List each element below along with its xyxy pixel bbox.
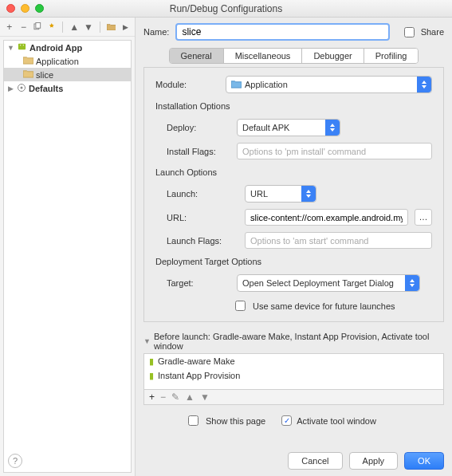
svg-point-6 — [21, 86, 23, 89]
install-section-label: Installation Options — [155, 101, 432, 111]
deploy-label: Deploy: — [167, 123, 230, 132]
ok-button[interactable]: OK — [404, 452, 444, 470]
tab-bar: General Miscellaneous Debugger Profiling — [143, 48, 444, 64]
launch-value: URL — [250, 189, 268, 199]
right-pane: Name: Share General Miscellaneous Debugg… — [136, 18, 452, 476]
cancel-button[interactable]: Cancel — [288, 452, 342, 470]
general-panel: Module: Application Installation Options… — [143, 67, 444, 322]
add-task-button[interactable]: + — [149, 392, 155, 402]
move-down-button[interactable]: ▼ — [84, 22, 93, 33]
svg-point-3 — [20, 45, 21, 45]
tree-node-defaults[interactable]: ▶ Defaults — [4, 81, 131, 95]
target-label: Target: — [167, 278, 230, 288]
edit-task-button[interactable]: ✎ — [171, 392, 179, 402]
show-this-page-label: Show this page — [206, 416, 265, 426]
tree-node-slice[interactable]: slice — [4, 68, 131, 81]
before-launch-list[interactable]: ▮ Gradle-aware Make ▮ Instant App Provis… — [143, 353, 444, 390]
left-pane: + − ▲ ▼ ▶ ▼ Android App — [0, 18, 136, 476]
collapse-button[interactable]: ▶ — [120, 22, 130, 33]
disclosure-icon[interactable]: ▼ — [143, 337, 151, 345]
remove-config-button[interactable]: − — [19, 22, 29, 33]
same-device-checkbox[interactable] — [235, 301, 246, 311]
launch-select[interactable]: URL — [245, 185, 316, 203]
before-launch-title: Before launch: Gradle-aware Make, Instan… — [154, 332, 444, 351]
before-launch-section: ▼ Before launch: Gradle-aware Make, Inst… — [143, 332, 444, 405]
module-label: Module: — [155, 80, 219, 89]
activate-tool-window-label: Activate tool window — [297, 416, 376, 426]
show-this-page-checkbox[interactable] — [188, 415, 198, 426]
url-label: URL: — [167, 213, 238, 222]
deploy-target-section-label: Deployment Target Options — [155, 257, 432, 266]
svg-rect-2 — [18, 44, 26, 49]
folder-icon — [23, 69, 33, 80]
window-title: Run/Debug Configurations — [0, 3, 452, 14]
chevron-updown-icon — [301, 186, 316, 202]
move-down-task-button[interactable]: ▼ — [200, 392, 210, 402]
config-tree-toolbar: + − ▲ ▼ ▶ — [0, 18, 135, 37]
deploy-value: Default APK — [242, 123, 289, 132]
chevron-updown-icon — [417, 77, 431, 92]
move-up-task-button[interactable]: ▲ — [185, 392, 195, 402]
launch-label: Launch: — [167, 189, 238, 199]
chevron-updown-icon — [325, 120, 340, 136]
tree-label: Defaults — [29, 84, 63, 93]
deploy-select[interactable]: Default APK — [237, 119, 340, 136]
android-icon — [17, 42, 27, 53]
remove-task-button[interactable]: − — [160, 392, 166, 402]
folder-icon — [23, 56, 33, 66]
svg-rect-1 — [36, 22, 41, 28]
folder-button[interactable] — [107, 22, 116, 33]
module-icon — [231, 80, 245, 90]
tab-general[interactable]: General — [170, 49, 224, 63]
copy-config-button[interactable] — [33, 22, 42, 33]
android-icon: ▮ — [149, 356, 154, 367]
titlebar: Run/Debug Configurations — [0, 0, 452, 18]
module-value: Application — [245, 80, 288, 89]
launch-flags-label: Launch Flags: — [167, 236, 238, 246]
name-label: Name: — [143, 27, 169, 37]
url-more-button[interactable]: … — [415, 209, 432, 226]
share-checkbox[interactable] — [404, 27, 415, 37]
tree-label: slice — [36, 70, 53, 80]
tree-label: Android App — [29, 43, 82, 53]
android-icon: ▮ — [149, 371, 154, 381]
gear-icon — [17, 83, 26, 94]
activate-tool-window-checkbox[interactable]: ✓ — [281, 415, 292, 426]
move-up-button[interactable]: ▲ — [69, 22, 79, 33]
tree-node-application[interactable]: Application — [4, 54, 131, 68]
launch-section-label: Launch Options — [155, 167, 432, 177]
target-value: Open Select Deployment Target Dialog — [242, 278, 394, 288]
tree-label: Application — [36, 57, 79, 66]
target-select[interactable]: Open Select Deployment Target Dialog — [237, 274, 420, 292]
help-button[interactable]: ? — [8, 454, 22, 468]
add-config-button[interactable]: + — [5, 22, 14, 33]
install-flags-input[interactable] — [237, 143, 432, 159]
before-launch-toolbar: + − ✎ ▲ ▼ — [143, 390, 444, 405]
share-label: Share — [421, 27, 444, 37]
tab-miscellaneous[interactable]: Miscellaneous — [224, 49, 303, 63]
chevron-updown-icon — [405, 275, 419, 291]
url-input[interactable] — [245, 209, 408, 226]
launch-flags-input[interactable] — [245, 232, 432, 249]
svg-point-4 — [23, 45, 24, 45]
same-device-label: Use same device for future launches — [253, 301, 395, 311]
list-item-label: Instant App Provision — [158, 371, 240, 380]
config-tree[interactable]: ▼ Android App Application slice ▶ — [3, 40, 132, 473]
tree-node-android-app[interactable]: ▼ Android App — [4, 41, 131, 54]
name-input[interactable] — [175, 23, 389, 41]
tab-profiling[interactable]: Profiling — [364, 49, 419, 63]
install-flags-label: Install Flags: — [167, 147, 230, 156]
edit-defaults-button[interactable] — [47, 22, 57, 33]
list-item[interactable]: ▮ Gradle-aware Make — [144, 354, 443, 368]
list-item-label: Gradle-aware Make — [158, 356, 235, 366]
tab-debugger[interactable]: Debugger — [302, 49, 364, 63]
apply-button[interactable]: Apply — [349, 452, 399, 470]
list-item[interactable]: ▮ Instant App Provision — [144, 368, 443, 383]
module-select[interactable]: Application — [226, 76, 432, 93]
